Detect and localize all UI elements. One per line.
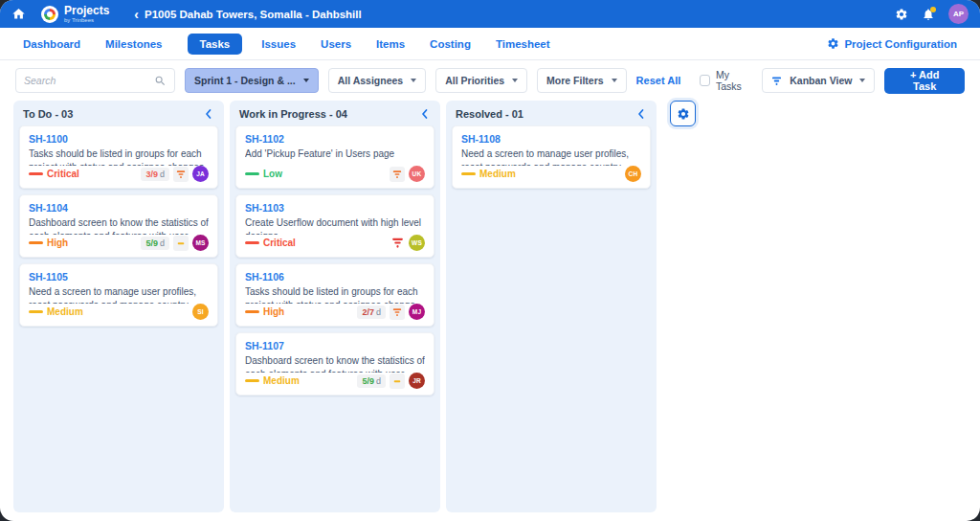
my-tasks-label: My Tasks <box>716 69 752 92</box>
view-mode-value: Kanban View <box>790 75 852 86</box>
assignee-avatar: JR <box>409 373 425 389</box>
priorities-filter-dropdown[interactable]: All Priorities <box>435 68 527 93</box>
duration-badge: 3/9 d <box>141 168 169 181</box>
task-card[interactable]: SH-1106 Tasks should be listed in groups… <box>235 263 434 327</box>
logo-mark-icon <box>41 6 58 23</box>
home-icon[interactable] <box>11 7 26 21</box>
settings-gear-icon[interactable] <box>895 8 908 21</box>
add-task-button[interactable]: + Add Task <box>884 68 965 94</box>
task-id-link[interactable]: SH-1106 <box>245 271 425 283</box>
priority-badge: Critical <box>245 238 296 248</box>
task-description: Tasks should be listed in groups for eac… <box>245 285 425 304</box>
filter-toolbar: Sprint 1 - Design & ... All Assignees Al… <box>0 64 980 97</box>
assignee-avatar: UK <box>409 166 425 182</box>
breadcrumb[interactable]: ‹ P1005 Dahab Towers, Somalla - Dahbshil… <box>134 8 361 21</box>
task-id-link[interactable]: SH-1100 <box>29 133 209 145</box>
priority-badge: Medium <box>461 169 516 179</box>
priority-badge: Low <box>245 169 282 179</box>
task-card[interactable]: SH-1107 Dashboard screen to know the sta… <box>235 332 434 396</box>
collapse-column-icon[interactable] <box>419 108 431 120</box>
task-id-link[interactable]: SH-1105 <box>29 271 209 283</box>
task-card[interactable]: SH-1105 Need a screen to manage user pro… <box>19 263 218 327</box>
kanban-board: To Do - 03 SH-1100 Tasks should be liste… <box>0 97 980 512</box>
task-id-link[interactable]: SH-1107 <box>245 340 425 351</box>
filter-funnel-icon <box>390 305 405 320</box>
nav-tab-bar: Dashboard Milestones Tasks Issues Users … <box>0 28 980 60</box>
top-app-bar: Projects by Trinbees ‹ P1005 Dahab Tower… <box>0 0 980 28</box>
project-configuration-button[interactable]: Project Configuration <box>827 37 957 50</box>
assignee-avatar: SI <box>192 304 209 320</box>
duration-badge: 5/9 d <box>357 374 386 388</box>
task-card[interactable]: SH-1104 Dashboard screen to know the sta… <box>19 194 218 258</box>
gear-icon <box>827 37 839 50</box>
task-id-link[interactable]: SH-1104 <box>29 202 209 214</box>
reset-all-link[interactable]: Reset All <box>636 75 681 86</box>
more-filters-dropdown[interactable]: More Filters <box>537 68 627 93</box>
product-name: Projects <box>64 5 109 16</box>
product-subtitle: by Trinbees <box>64 17 109 23</box>
notifications-bell-icon[interactable] <box>922 8 935 21</box>
task-id-link[interactable]: SH-1108 <box>461 133 641 145</box>
filter-funnel-icon <box>390 236 405 251</box>
kanban-column-in-progress: Work in Progress - 04 SH-1102 Add 'Picku… <box>230 101 440 512</box>
duration-badge: 2/7 d <box>357 306 386 319</box>
tab-items[interactable]: Items <box>376 38 405 50</box>
column-title: To Do - 03 <box>23 108 73 120</box>
assignee-avatar: JA <box>192 166 209 182</box>
task-description: Tasks should be listed in groups for eac… <box>29 147 209 166</box>
priorities-filter-value: All Priorities <box>445 75 504 86</box>
duration-badge: 5/9 d <box>141 237 169 250</box>
filter-funnel-icon <box>173 167 189 182</box>
search-icon <box>154 75 167 87</box>
search-box[interactable] <box>15 68 175 93</box>
chevron-down-icon <box>512 79 518 82</box>
task-card[interactable]: SH-1108 Need a screen to manage user pro… <box>452 125 651 189</box>
project-configuration-label: Project Configuration <box>844 38 957 50</box>
kanban-column-resolved: Resolved - 01 SH-1108 Need a screen to m… <box>446 101 657 512</box>
sprint-filter-dropdown[interactable]: Sprint 1 - Design & ... <box>185 68 319 93</box>
back-chevron-icon[interactable]: ‹ <box>134 8 139 21</box>
tab-timesheet[interactable]: Timesheet <box>496 38 550 50</box>
tab-users[interactable]: Users <box>321 38 351 50</box>
medium-dash-icon <box>173 236 189 251</box>
kanban-filter-icon <box>771 76 782 86</box>
task-description: Create Userflow document with high level… <box>245 216 425 235</box>
app-window: Projects by Trinbees ‹ P1005 Dahab Tower… <box>0 0 980 521</box>
gear-icon <box>677 107 690 121</box>
collapse-column-icon[interactable] <box>635 108 647 120</box>
priority-badge: Medium <box>245 375 300 386</box>
search-input[interactable] <box>24 75 154 86</box>
filter-funnel-icon <box>390 167 405 182</box>
checkbox[interactable] <box>700 75 710 86</box>
app-logo[interactable]: Projects by Trinbees <box>41 5 109 23</box>
column-title: Work in Progress - 04 <box>239 108 347 120</box>
chevron-down-icon <box>303 79 309 82</box>
project-title: P1005 Dahab Towers, Somalla - Dahbshill <box>145 9 362 20</box>
task-description: Dashboard screen to know the statistics … <box>29 216 209 235</box>
assignees-filter-dropdown[interactable]: All Assignees <box>328 68 426 93</box>
kanban-column-todo: To Do - 03 SH-1100 Tasks should be liste… <box>13 101 224 512</box>
collapse-column-icon[interactable] <box>203 108 214 120</box>
assignee-avatar: WS <box>409 235 425 251</box>
view-mode-dropdown[interactable]: Kanban View <box>762 68 875 93</box>
my-tasks-checkbox[interactable]: My Tasks <box>700 69 752 92</box>
priority-badge: High <box>245 306 284 317</box>
tab-tasks[interactable]: Tasks <box>188 34 243 55</box>
task-card[interactable]: SH-1100 Tasks should be listed in groups… <box>19 125 218 189</box>
task-id-link[interactable]: SH-1102 <box>245 133 425 145</box>
board-settings-button[interactable] <box>670 101 696 126</box>
tab-milestones[interactable]: Milestones <box>105 38 162 50</box>
task-card[interactable]: SH-1103 Create Userflow document with hi… <box>235 194 434 258</box>
task-card[interactable]: SH-1102 Add 'Pickup Feature' in Users pa… <box>235 125 434 189</box>
priority-badge: Critical <box>29 169 79 179</box>
tab-issues[interactable]: Issues <box>261 38 296 50</box>
priority-badge: Medium <box>29 306 83 317</box>
task-id-link[interactable]: SH-1103 <box>245 202 425 214</box>
assignee-avatar: MJ <box>409 304 425 320</box>
tab-costing[interactable]: Costing <box>430 38 471 50</box>
tab-dashboard[interactable]: Dashboard <box>23 38 80 50</box>
user-avatar[interactable]: AP <box>948 4 969 24</box>
task-description: Dashboard screen to know the statistics … <box>245 354 425 373</box>
chevron-down-icon <box>612 79 617 82</box>
assignee-avatar: MS <box>192 235 209 251</box>
